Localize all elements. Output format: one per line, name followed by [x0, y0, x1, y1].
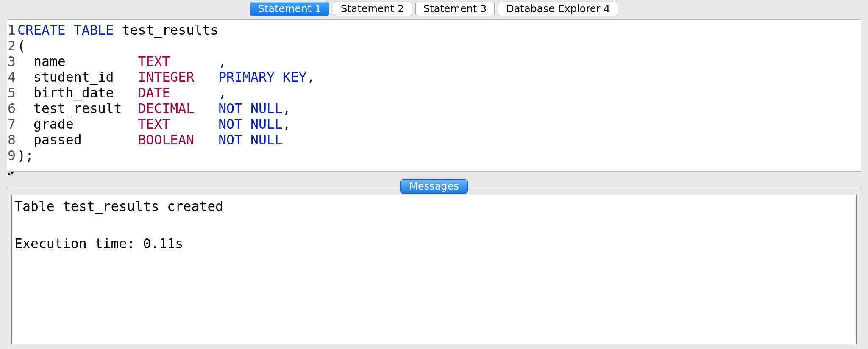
sql-code[interactable]: CREATE TABLE test_results ( name TEXT , … [17, 22, 861, 163]
editor-tab-bar: Statement 1 Statement 2 Statement 3 Data… [0, 0, 868, 18]
tab-database-explorer-4[interactable]: Database Explorer 4 [498, 2, 618, 16]
line-number: 6 [7, 101, 17, 116]
tab-messages[interactable]: Messages [400, 179, 468, 194]
app-root: Statement 1 Statement 2 Statement 3 Data… [0, 0, 868, 349]
line-number: 8 [7, 132, 17, 148]
line-number: 1 [7, 22, 17, 38]
sql-editor[interactable]: 1 2 3 4 5 6 7 8 9 CREATE TABLE test_resu… [7, 20, 861, 171]
line-number: 4 [7, 69, 17, 85]
messages-output[interactable]: Table test_results created Execution tim… [11, 195, 857, 344]
line-number: 2 [7, 38, 17, 54]
messages-panel: Table test_results created Execution tim… [7, 187, 861, 349]
editor-tabs: Statement 1 Statement 2 Statement 3 Data… [248, 2, 620, 16]
messages-section: Messages Table test_results created Exec… [7, 179, 861, 349]
tab-statement-2[interactable]: Statement 2 [333, 2, 412, 16]
line-number: 5 [7, 85, 17, 101]
line-number: 3 [7, 54, 17, 69]
messages-tab-row: Messages [7, 179, 861, 194]
tab-statement-1[interactable]: Statement 1 [250, 2, 329, 16]
line-number: 9 [7, 148, 17, 163]
line-number: 7 [7, 116, 17, 132]
sql-editor-panel: 1 2 3 4 5 6 7 8 9 CREATE TABLE test_resu… [7, 19, 861, 172]
line-number-gutter: 1 2 3 4 5 6 7 8 9 [7, 22, 17, 163]
tab-statement-3[interactable]: Statement 3 [415, 2, 495, 16]
splitter-handle[interactable]: ▴▾ [7, 172, 861, 177]
